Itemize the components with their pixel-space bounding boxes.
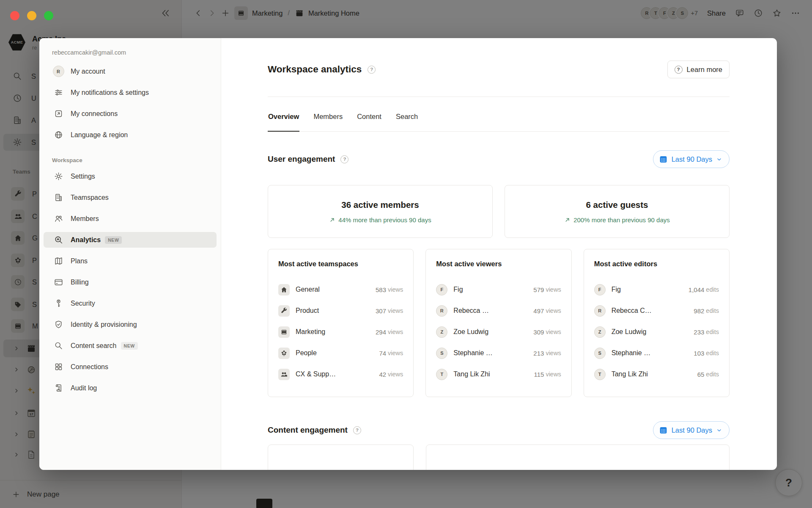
settings-item-language[interactable]: Language & region bbox=[44, 127, 217, 143]
settings-sidebar: rebeccamcakir@gmail.com R My account My … bbox=[39, 38, 221, 470]
avatar: R bbox=[436, 305, 447, 317]
settings-modal: rebeccamcakir@gmail.com R My account My … bbox=[39, 38, 777, 470]
list-item[interactable]: General583views bbox=[278, 279, 403, 300]
list-item[interactable]: ZZoe Ludwig233edits bbox=[594, 321, 719, 342]
key-icon bbox=[52, 299, 65, 308]
list-item[interactable]: SStephanie …103edits bbox=[594, 342, 719, 364]
list-item[interactable]: Product307views bbox=[278, 300, 403, 321]
settings-item-security[interactable]: Security bbox=[44, 295, 217, 311]
learn-more-button[interactable]: Learn more bbox=[667, 61, 730, 78]
close-window-button[interactable] bbox=[10, 11, 19, 20]
list-item[interactable]: TTang Lik Zhi65edits bbox=[594, 364, 719, 385]
avatar: S bbox=[436, 348, 447, 359]
settings-item-content-search[interactable]: Content search NEW bbox=[44, 338, 217, 353]
settings-item-identity[interactable]: Identity & provisioning bbox=[44, 317, 217, 332]
chevron-down-icon bbox=[716, 427, 722, 433]
grid-icon bbox=[52, 362, 65, 371]
list-item[interactable]: FFig1,044edits bbox=[594, 279, 719, 300]
settings-content: Workspace analytics Learn more Overview … bbox=[221, 38, 777, 470]
map-icon bbox=[52, 257, 65, 265]
list-item[interactable]: CX & Supp…42views bbox=[278, 364, 403, 385]
settings-item-settings[interactable]: Settings bbox=[44, 168, 217, 184]
stat-headline: 6 active guests bbox=[586, 200, 648, 210]
settings-item-billing[interactable]: Billing bbox=[44, 274, 217, 290]
tab-search[interactable]: Search bbox=[395, 97, 418, 132]
tab-members[interactable]: Members bbox=[313, 97, 343, 132]
gear-icon bbox=[52, 172, 65, 181]
building-icon bbox=[52, 193, 65, 202]
credit-card-icon bbox=[52, 278, 65, 287]
settings-item-teamspaces[interactable]: Teamspaces bbox=[44, 190, 217, 205]
settings-item-plans[interactable]: Plans bbox=[44, 253, 217, 269]
members-icon bbox=[52, 214, 65, 223]
search-plus-icon bbox=[52, 235, 65, 244]
help-circle-icon bbox=[675, 66, 683, 74]
help-circle-icon[interactable] bbox=[340, 155, 348, 163]
avatar: R bbox=[594, 305, 606, 317]
avatar: Z bbox=[594, 326, 606, 338]
minimize-window-button[interactable] bbox=[27, 11, 36, 20]
account-email: rebeccamcakir@gmail.com bbox=[39, 49, 221, 56]
list-item[interactable]: ZZoe Ludwig309views bbox=[436, 321, 561, 342]
zoom-window-button[interactable] bbox=[44, 11, 53, 20]
active-members-card: 36 active members 44% more than previous… bbox=[268, 185, 493, 238]
settings-item-members[interactable]: Members bbox=[44, 211, 217, 226]
date-range-dropdown[interactable]: Last 90 Days bbox=[653, 150, 730, 168]
stat-delta: 44% more than previous 90 days bbox=[338, 216, 431, 224]
new-badge: NEW bbox=[105, 236, 122, 244]
shield-check-icon bbox=[52, 320, 65, 329]
wrench-icon bbox=[278, 305, 290, 317]
list-item[interactable]: RRebecca …497views bbox=[436, 300, 561, 321]
new-badge: NEW bbox=[121, 342, 138, 350]
calendar-icon bbox=[659, 426, 668, 435]
calendar-icon bbox=[659, 155, 668, 164]
avatar: S bbox=[594, 348, 606, 359]
list-item[interactable]: People74views bbox=[278, 342, 403, 364]
stat-headline: 36 active members bbox=[341, 200, 419, 210]
tab-overview[interactable]: Overview bbox=[268, 97, 299, 132]
most-active-teamspaces-card: Most active teamspaces General583views P… bbox=[268, 249, 414, 397]
tab-content[interactable]: Content bbox=[357, 97, 382, 132]
avatar: F bbox=[436, 284, 447, 295]
settings-item-connections[interactable]: Connections bbox=[44, 359, 217, 375]
film-icon bbox=[278, 326, 290, 338]
people-icon bbox=[278, 369, 290, 380]
trend-up-icon bbox=[564, 217, 571, 223]
avatar: T bbox=[436, 369, 447, 380]
scroll-icon bbox=[52, 384, 65, 392]
content-engagement-card bbox=[426, 444, 730, 470]
stat-delta: 200% more than previous 90 days bbox=[573, 216, 670, 224]
list-item[interactable]: SStephanie …213views bbox=[436, 342, 561, 364]
most-active-viewers-card: Most active viewers FFig579views RRebecc… bbox=[425, 249, 571, 397]
notion-window: ACME Acme Inc re S U A S Teams P C G P S… bbox=[0, 0, 812, 508]
settings-item-notifications[interactable]: My notifications & settings bbox=[44, 85, 217, 100]
avatar: T bbox=[594, 369, 606, 380]
settings-item-my-connections[interactable]: My connections bbox=[44, 106, 217, 121]
avatar: F bbox=[594, 284, 606, 295]
list-item[interactable]: Marketing294views bbox=[278, 321, 403, 342]
trend-up-icon bbox=[329, 217, 335, 223]
globe-icon bbox=[52, 130, 65, 139]
list-item[interactable]: FFig579views bbox=[436, 279, 561, 300]
help-circle-icon[interactable] bbox=[368, 66, 376, 74]
avatar: Z bbox=[436, 326, 447, 338]
sliders-icon bbox=[52, 88, 65, 97]
page-title: Workspace analytics bbox=[268, 64, 362, 75]
workspace-section-label: Workspace bbox=[52, 157, 221, 163]
user-avatar: R bbox=[53, 66, 64, 77]
settings-item-my-account[interactable]: R My account bbox=[44, 64, 217, 79]
content-engagement-card bbox=[268, 444, 414, 470]
active-guests-card: 6 active guests 200% more than previous … bbox=[505, 185, 730, 238]
settings-item-audit-log[interactable]: Audit log bbox=[44, 380, 217, 396]
search-icon bbox=[52, 341, 65, 350]
list-item[interactable]: TTang Lik Zhi115views bbox=[436, 364, 561, 385]
list-item[interactable]: RRebecca C…982edits bbox=[594, 300, 719, 321]
arrow-up-right-box-icon bbox=[52, 109, 65, 118]
user-engagement-heading: User engagement bbox=[268, 155, 335, 164]
settings-item-analytics[interactable]: Analytics NEW bbox=[44, 232, 217, 248]
house-icon bbox=[278, 284, 290, 295]
analytics-tabs: Overview Members Content Search bbox=[268, 97, 730, 132]
content-engagement-heading: Content engagement bbox=[268, 425, 348, 435]
date-range-dropdown[interactable]: Last 90 Days bbox=[653, 421, 730, 439]
help-circle-icon[interactable] bbox=[353, 426, 361, 434]
